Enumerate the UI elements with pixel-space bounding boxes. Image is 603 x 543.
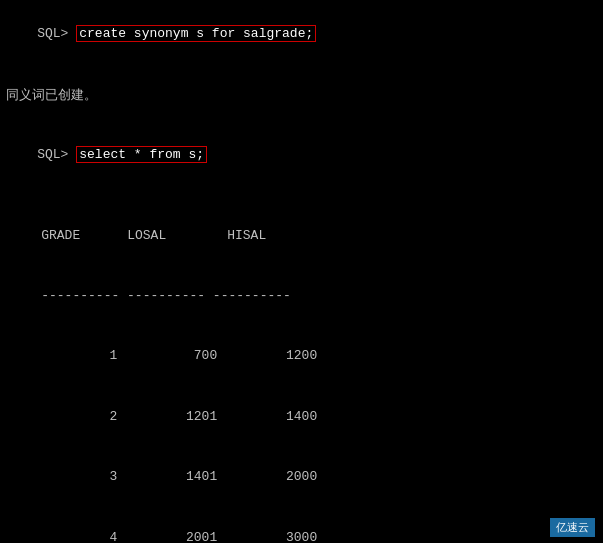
- col-hisal: HISAL: [227, 226, 327, 246]
- cmd-line-2: SQL> select * from s;: [6, 125, 597, 185]
- blank-1: [6, 64, 597, 84]
- table-row-s-4: 420013000: [6, 508, 597, 543]
- cmd-text-2: select * from s;: [76, 146, 207, 163]
- col-losal: LOSAL: [127, 226, 227, 246]
- table-row-s-1: 17001200: [6, 326, 597, 386]
- sql-prompt-2: SQL>: [37, 147, 76, 162]
- blank-2: [6, 105, 597, 125]
- terminal: SQL> create synonym s for salgrade; 同义词已…: [0, 0, 603, 543]
- cmd-text-1: create synonym s for salgrade;: [76, 25, 316, 42]
- watermark: 亿速云: [550, 518, 595, 537]
- table-header-s: GRADELOSALHISAL: [6, 205, 597, 265]
- col-grade: GRADE: [37, 226, 127, 246]
- table-row-s-2: 212011400: [6, 387, 597, 447]
- divider-s: ---------- ---------- ----------: [6, 266, 597, 326]
- msg-1: 同义词已创建。: [6, 85, 597, 105]
- cmd-line-1: SQL> create synonym s for salgrade;: [6, 4, 597, 64]
- table-row-s-3: 314012000: [6, 447, 597, 507]
- blank-3: [6, 185, 597, 205]
- sql-prompt-1: SQL>: [37, 26, 76, 41]
